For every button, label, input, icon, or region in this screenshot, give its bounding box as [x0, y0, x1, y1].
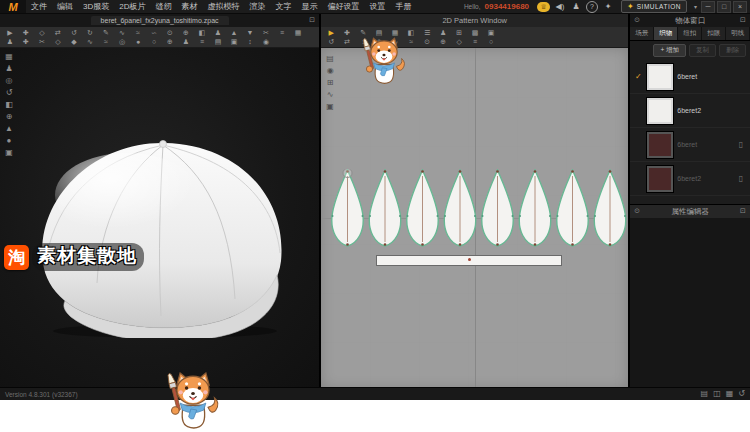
undo-icon[interactable]: ↺ [66, 28, 82, 37]
pin-icon[interactable]: ⊙ [634, 16, 640, 24]
buttonhole-icon[interactable]: ● [130, 37, 146, 46]
segment-sew-2d-icon[interactable]: ⇄ [339, 37, 355, 46]
grid-dense-icon[interactable]: ▩ [467, 28, 483, 37]
add-light-icon[interactable]: ⊕ [3, 112, 15, 121]
2d-pattern-canvas[interactable]: ▤◉⊞∿▣ [321, 48, 628, 389]
menu-item-4[interactable]: 缝纫 [150, 1, 176, 12]
cut-sew-icon[interactable]: ✂ [34, 37, 50, 46]
camera-up-icon[interactable]: ▲ [3, 124, 15, 133]
detach-panel-icon[interactable]: ⊡ [740, 207, 746, 215]
trash-icon[interactable]: ▯ [735, 174, 747, 183]
menu-item-3[interactable]: 2D板片 [114, 1, 150, 12]
ring-icon[interactable]: ○ [146, 37, 162, 46]
menu-item-2[interactable]: 3D服装 [78, 1, 114, 12]
wind-icon[interactable]: ≈ [98, 37, 114, 46]
target-icon[interactable]: ◉ [258, 37, 274, 46]
pose-edit-icon[interactable]: ◆ [66, 37, 82, 46]
menu-item-12[interactable]: 手册 [390, 1, 416, 12]
segment-sew-icon[interactable]: ≈ [130, 28, 146, 37]
trash-icon[interactable]: ▯ [735, 140, 747, 149]
simulate-icon[interactable]: ▶ [2, 28, 18, 37]
stack-icon[interactable]: ≡ [194, 37, 210, 46]
add-fabric-button[interactable]: + 增加 [653, 44, 686, 57]
detach-panel-icon[interactable]: ⊡ [740, 16, 746, 24]
pen-icon[interactable]: ✎ [98, 28, 114, 37]
flip-icon[interactable]: ↕ [242, 37, 258, 46]
crown-membership-icon[interactable]: ♕ [537, 2, 550, 12]
scissors-icon[interactable]: ✂ [258, 28, 274, 37]
redo-icon[interactable]: ↻ [82, 28, 98, 37]
menu-item-6[interactable]: 虚拟模特 [202, 1, 244, 12]
show-pattern-icon[interactable]: ▤ [324, 54, 336, 63]
measure-avatar-icon[interactable]: ♟ [178, 37, 194, 46]
minimize-button[interactable]: ─ [701, 1, 715, 13]
layout-split-icon[interactable]: ◫ [713, 389, 721, 399]
tack-icon[interactable]: ⊕ [178, 28, 194, 37]
beret-band-pattern-piece[interactable] [376, 255, 562, 266]
object-tab-3[interactable]: 扣眼 [702, 27, 726, 40]
detach-window-icon[interactable]: ⊡ [309, 16, 315, 24]
edit-sew-2d-icon[interactable]: ↺ [323, 37, 339, 46]
fabric-row[interactable]: 6beret2 ▯ [630, 162, 750, 196]
raise-icon[interactable]: ▲ [226, 28, 242, 37]
file-tab[interactable]: beret_6panel_fx2yuna_toshitimo.zpac [91, 16, 229, 25]
reset-layout-icon[interactable]: ↺ [738, 389, 745, 399]
brand-hand-icon[interactable]: ✦ [602, 2, 614, 11]
menu-item-0[interactable]: 文件 [26, 1, 52, 12]
show-arrangement-icon[interactable]: ♟ [3, 64, 15, 73]
simulation-dropdown-icon[interactable]: ▾ [694, 3, 697, 10]
select-move-icon[interactable]: ✚ [18, 28, 34, 37]
show-texture-icon[interactable]: ▣ [324, 102, 336, 111]
3d-viewport[interactable]: ▦♟◎↺◧⊕▲●▣ [0, 48, 319, 389]
fabric-swatch[interactable] [647, 98, 673, 124]
fabric-row[interactable]: 6beret ▯ [630, 128, 750, 162]
help-icon[interactable]: ? [586, 1, 598, 13]
menu-item-8[interactable]: 文字 [270, 1, 296, 12]
edit-sewing-icon[interactable]: ∿ [114, 28, 130, 37]
fabric-swatch[interactable] [647, 132, 673, 158]
layout-single-icon[interactable]: ▤ [701, 389, 709, 399]
silhouette-icon[interactable]: ♟ [435, 28, 451, 37]
baseline-icon[interactable]: ≡ [467, 37, 483, 46]
show-sewing-icon[interactable]: ∿ [324, 90, 336, 99]
transform-pattern-icon[interactable]: ▶ [323, 28, 339, 37]
pose-icon[interactable]: ◇ [50, 37, 66, 46]
select-mesh-icon[interactable]: ◇ [34, 28, 50, 37]
beret-panel-pattern-pieces[interactable] [321, 169, 628, 249]
steam-icon[interactable]: ∿ [82, 37, 98, 46]
render-style-icon[interactable]: ▣ [3, 148, 15, 157]
simulation-button[interactable]: ✦ SIMULATION [621, 0, 687, 13]
gizmo-icon[interactable]: ✚ [18, 37, 34, 46]
delete-fabric-button[interactable]: 删除 [719, 44, 746, 57]
object-tab-0[interactable]: 场景 [630, 27, 654, 40]
menu-item-1[interactable]: 编辑 [52, 1, 78, 12]
menu-item-9[interactable]: 显示 [296, 1, 322, 12]
layers-icon[interactable]: ≡ [274, 28, 290, 37]
internal-line-icon[interactable]: ☰ [419, 28, 435, 37]
pleat-icon[interactable]: ⊕ [435, 37, 451, 46]
user-icon[interactable]: ♟ [570, 2, 582, 11]
menu-item-11[interactable]: 设置 [364, 1, 390, 12]
record-icon[interactable]: ● [3, 136, 15, 145]
show-fabric-icon[interactable]: ◧ [3, 100, 15, 109]
grid-icon[interactable]: ▦ [290, 28, 306, 37]
object-tab-2[interactable]: 纽扣 [678, 27, 702, 40]
layout-grid-icon[interactable]: ▦ [726, 389, 734, 399]
show-pins-icon[interactable]: ◎ [3, 76, 15, 85]
check-icon[interactable]: ✓ [633, 72, 643, 81]
grid-small-icon[interactable]: ⊞ [451, 28, 467, 37]
menu-item-7[interactable]: 渲染 [244, 1, 270, 12]
show-grid-icon[interactable]: ⊞ [324, 78, 336, 87]
show-points-icon[interactable]: ◉ [324, 66, 336, 75]
button-icon[interactable]: ◎ [114, 37, 130, 46]
free-sew-icon[interactable]: ∽ [146, 28, 162, 37]
notch-icon[interactable]: ◇ [451, 37, 467, 46]
object-tab-4[interactable]: 明线 [726, 27, 750, 40]
drop-icon[interactable]: ▼ [242, 28, 258, 37]
fold-arrangement-icon[interactable]: ◧ [194, 28, 210, 37]
object-tab-1[interactable]: 织物 [654, 27, 678, 40]
uv-grid-icon[interactable]: ▣ [483, 28, 499, 37]
fabric-row[interactable]: ✓ 6beret [630, 60, 750, 94]
pin-icon[interactable]: ⊙ [634, 207, 640, 215]
circle-tool-icon[interactable]: ○ [483, 37, 499, 46]
